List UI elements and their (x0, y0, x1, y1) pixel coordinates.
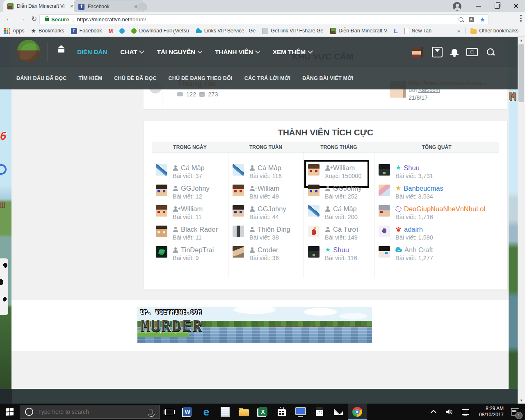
member-avatar[interactable] (156, 164, 167, 176)
member-avatar[interactable] (308, 226, 320, 237)
scrollbar[interactable]: ▲ ▼ (518, 37, 525, 404)
bookmark-new-tab[interactable]: New Tab (404, 28, 431, 34)
bell-icon[interactable] (452, 49, 457, 55)
address-bar[interactable]: Secure | https://minecraftvn.net /forum/… (39, 14, 489, 24)
close-button[interactable]: ✕ (508, 0, 524, 12)
member-name[interactable]: William (181, 205, 203, 212)
member-name[interactable]: William (333, 164, 355, 171)
bookmark-apps[interactable]: Apps (4, 28, 25, 34)
notification-badge[interactable]: 1 (515, 412, 523, 419)
member-name[interactable]: Cá Tươi (333, 226, 358, 233)
member-avatar[interactable] (379, 226, 390, 237)
member-name[interactable]: DeoGiupNuaNheVnNhuLol (404, 205, 485, 212)
bookmark-fshare[interactable]: Get link VIP Fshare Ge (262, 28, 323, 34)
member-avatar[interactable] (233, 246, 244, 258)
member-avatar[interactable] (233, 164, 244, 176)
member-avatar[interactable] (308, 205, 320, 217)
taskbar-calculator[interactable] (310, 404, 329, 420)
taskbar-store[interactable] (272, 404, 291, 420)
member-avatar[interactable] (379, 205, 390, 217)
member-name[interactable]: Cá Mập (333, 205, 357, 212)
network-icon[interactable] (462, 409, 469, 415)
member-name[interactable]: Black Rader (181, 226, 218, 233)
taskbar-mail[interactable] (329, 404, 348, 420)
bookmark-minecraft-forum[interactable]: Diễn Đàn Minecraft V (330, 28, 388, 34)
scroll-up-arrow[interactable]: ▲ (518, 37, 525, 43)
member-name[interactable]: GGJohny (333, 185, 362, 192)
member-name[interactable]: TinDepTrai (181, 246, 214, 253)
member-entry[interactable]: Black Rader Bài viết: 11 (156, 226, 228, 246)
member-entry-highlighted[interactable]: +William Xoạc: 150000 (308, 164, 374, 185)
subnav-new-replies[interactable]: CÁC TRẢ LỜI MỚI (244, 75, 291, 81)
member-avatar[interactable] (308, 185, 320, 196)
member-avatar[interactable] (233, 226, 244, 237)
member-name[interactable]: Banbeucmas (404, 185, 443, 192)
reload-button[interactable]: ↻ (31, 15, 37, 23)
forum-logo[interactable] (17, 40, 40, 62)
subnav-mark-read[interactable]: ĐÁNH DẤU ĐÃ ĐỌC (16, 75, 66, 81)
taskbar-notepad[interactable] (216, 404, 235, 420)
member-name[interactable]: GGJohny (181, 185, 210, 192)
browser-menu-icon[interactable] (520, 15, 522, 22)
member-name[interactable]: adairh (404, 226, 423, 233)
taskbar-explorer[interactable] (235, 404, 253, 420)
member-entry[interactable]: ★Shuu Bài viết: 116 (308, 246, 374, 267)
forward-button[interactable]: → (18, 15, 25, 23)
bookmarks-overflow-icon[interactable]: » (457, 28, 460, 34)
microphone-icon[interactable] (149, 409, 153, 415)
member-entry[interactable]: TinDepTrai Bài viết: 9 (156, 246, 228, 267)
member-name[interactable]: Croder (258, 246, 278, 253)
member-entry[interactable]: GGJohny Bài viết: 252 (308, 185, 374, 205)
task-view-button[interactable] (160, 404, 178, 420)
restore-button[interactable] (489, 0, 505, 12)
bookmark-download-full[interactable]: Download Full (Vietsu (131, 28, 189, 34)
member-entry[interactable]: GGJohny Bài viết: 12 (156, 185, 228, 205)
bookmark-links-vip[interactable]: Links VIP Service - Ge (196, 28, 256, 34)
money-icon[interactable] (466, 48, 478, 56)
start-button[interactable] (0, 404, 20, 420)
member-entry[interactable]: Thiên Đing Bài viết: 38 (233, 226, 304, 246)
nav-item-more[interactable]: XEM THÊM (273, 48, 312, 56)
member-entry[interactable]: ★Banbeucmas Bài viết: 3,534 (379, 185, 499, 205)
member-name[interactable]: Shuu (404, 164, 420, 171)
member-name[interactable]: GGJohny (258, 205, 286, 212)
scroll-down-arrow[interactable]: ▼ (518, 397, 525, 404)
member-avatar[interactable] (379, 164, 390, 176)
member-entry[interactable]: Cá Mập Bài viết: 37 (156, 164, 228, 185)
scroll-thumb[interactable] (518, 44, 524, 102)
subnav-new-post[interactable]: ĐĂNG BÀI VIẾT MỚI (302, 75, 353, 81)
member-entry[interactable]: +William Bài viết: 11 (156, 205, 228, 226)
back-button[interactable]: ← (6, 15, 13, 23)
bookmark-bookmarks[interactable]: ★Bookmarks (31, 28, 64, 34)
inbox-icon[interactable] (432, 47, 443, 57)
bookmark-l[interactable]: L (394, 27, 397, 34)
speaker-icon[interactable] (445, 409, 453, 415)
member-name[interactable]: Cá Mập (258, 164, 281, 171)
taskbar-clock[interactable]: 8:29 AM 08/10/2017 (479, 406, 504, 418)
browser-tab-facebook[interactable]: f Facebook ✕ (74, 0, 144, 13)
bookmark-star-icon[interactable]: ★ (480, 16, 485, 23)
member-entry[interactable]: ★Shuu Bài viết: 3,731 (379, 164, 499, 185)
member-avatar[interactable] (156, 226, 167, 237)
subnav-search[interactable]: TÌM KIẾM (78, 75, 102, 81)
member-name[interactable]: Cá Mập (181, 164, 205, 171)
member-entry[interactable]: GGJohny Bài viết: 44 (233, 205, 304, 226)
new-tab-button[interactable] (137, 3, 147, 10)
nav-item-resources[interactable]: TÀI NGUYÊN (157, 48, 202, 56)
member-entry[interactable]: DeoGiupNuaNheVnNhuLol Bài viết: 1,716 (379, 205, 499, 226)
bookmark-chat[interactable] (119, 28, 125, 34)
taskbar-pc[interactable] (291, 404, 310, 420)
member-entry[interactable]: Cá Mập Bài viết: 200 (308, 205, 374, 226)
nav-item-chat[interactable]: CHAT (120, 48, 144, 56)
taskbar-edge[interactable]: e (197, 404, 216, 420)
member-entry[interactable]: Anh Craft Bài viết: 1,277 (379, 246, 499, 267)
minimize-button[interactable] (470, 0, 486, 12)
member-entry[interactable]: Croder Bài viết: 36 (233, 246, 304, 267)
member-entry[interactable]: Cá Tươi Bài viết: 149 (308, 226, 374, 246)
member-entry[interactable]: Cá Mập Bài viết: 116 (233, 164, 304, 185)
member-avatar[interactable] (308, 246, 320, 258)
browser-tab-minecraft[interactable]: Diễn Đàn Minecraft Việt ✕ (3, 0, 81, 12)
member-avatar[interactable] (233, 185, 244, 196)
browser-profile-icon[interactable] (453, 2, 461, 11)
member-name[interactable]: William (258, 185, 279, 192)
